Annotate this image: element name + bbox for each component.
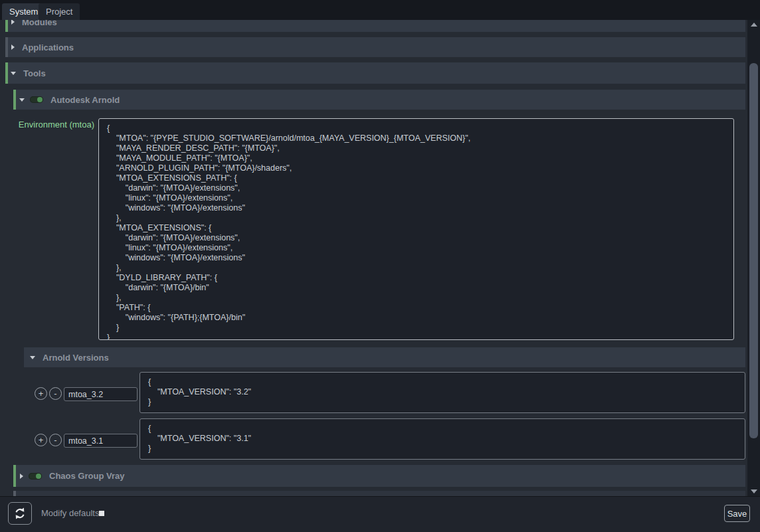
tab-project[interactable]: Project bbox=[39, 3, 80, 20]
scrollbar-thumb[interactable] bbox=[749, 63, 758, 438]
version-json-editor[interactable]: { "MTOA_VERSION": "3.2" } bbox=[140, 372, 745, 413]
version-json-editor[interactable]: { "MTOA_VERSION": "3.1" } bbox=[140, 418, 745, 460]
settings-window: Modules Applications Tools Autodesk Arno… bbox=[0, 0, 760, 532]
section-label: Autodesk Arnold bbox=[50, 95, 120, 105]
scroll-up-button[interactable] bbox=[747, 20, 760, 29]
section-header-arnold-versions[interactable]: Arnold Versions bbox=[24, 347, 745, 367]
section-header-tools[interactable]: Tools bbox=[5, 62, 745, 84]
section-header-applications[interactable]: Applications bbox=[5, 37, 745, 57]
chevron-down-icon bbox=[11, 72, 16, 75]
chevron-right-icon bbox=[11, 44, 15, 50]
add-version-button[interactable]: + bbox=[35, 434, 47, 446]
modify-defaults-checkbox[interactable] bbox=[99, 511, 104, 516]
version-key-input[interactable] bbox=[64, 387, 138, 401]
chevron-right-icon bbox=[20, 474, 23, 479]
section-label: Chaos Group Vray bbox=[49, 471, 124, 481]
version-key-input[interactable] bbox=[64, 434, 138, 448]
scroll-down-button[interactable] bbox=[747, 487, 760, 496]
section-header-chaos-group-vray[interactable]: Chaos Group Vray bbox=[13, 465, 745, 487]
environment-json-editor[interactable]: { "MTOA": "{PYPE_STUDIO_SOFTWARE}/arnold… bbox=[98, 118, 734, 340]
triangle-up-icon bbox=[751, 23, 757, 27]
chevron-right-icon bbox=[11, 19, 15, 25]
toggle-knob-icon bbox=[37, 97, 43, 102]
refresh-button[interactable] bbox=[8, 502, 32, 525]
add-version-button[interactable]: + bbox=[35, 387, 47, 400]
triangle-down-icon bbox=[751, 489, 757, 493]
scrollbar-track[interactable] bbox=[747, 20, 760, 496]
tab-bar: System Project bbox=[0, 0, 760, 20]
remove-version-button[interactable]: - bbox=[49, 434, 62, 446]
chevron-down-icon bbox=[30, 356, 35, 359]
section-label: Tools bbox=[23, 68, 46, 78]
section-header-autodesk-arnold[interactable]: Autodesk Arnold bbox=[13, 90, 745, 110]
section-label: Applications bbox=[22, 43, 74, 52]
vray-enabled-toggle[interactable] bbox=[29, 473, 42, 480]
refresh-icon bbox=[13, 507, 27, 520]
chevron-down-icon bbox=[19, 98, 25, 102]
section-label: Arnold Versions bbox=[43, 353, 109, 363]
arnold-enabled-toggle[interactable] bbox=[30, 96, 43, 103]
modify-defaults-label: Modify defaults bbox=[41, 508, 99, 518]
toggle-knob-icon bbox=[36, 474, 41, 479]
remove-version-button[interactable]: - bbox=[49, 387, 62, 400]
footer-bar: Modify defaults Save bbox=[0, 496, 760, 532]
save-button[interactable]: Save bbox=[724, 505, 750, 522]
environment-mtoa-label: Environment (mtoa) bbox=[7, 120, 94, 130]
